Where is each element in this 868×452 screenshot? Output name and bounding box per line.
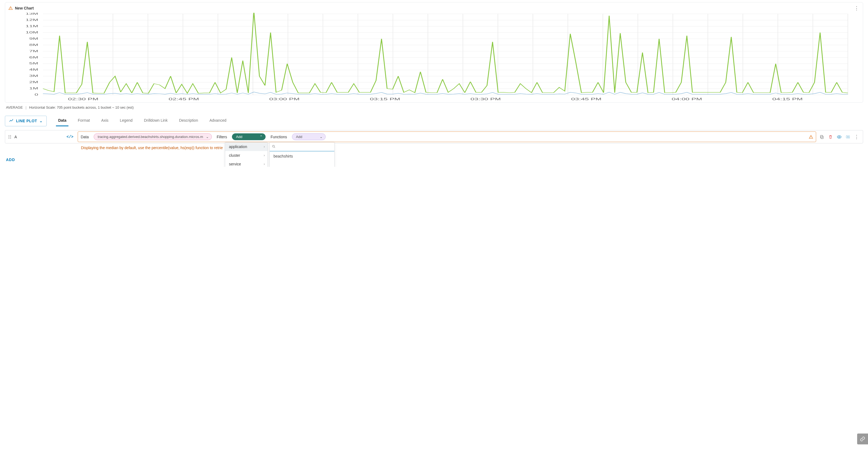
functions-add-chip[interactable]: Add ⌄ [292,133,326,140]
svg-text:04:00 PM: 04:00 PM [672,97,702,101]
svg-text:8M: 8M [29,43,38,47]
functions-section-label: Functions [271,135,287,139]
svg-text:0: 0 [34,93,38,96]
query-letter: A [14,135,23,139]
delete-button[interactable] [828,134,833,139]
chevron-down-icon: ⌄ [206,135,209,139]
tab-drilldown-link[interactable]: Drilldown Link [144,116,168,126]
svg-text:3M: 3M [29,74,38,78]
footer-scale-text: Horizontal Scale: 705 point buckets acro… [29,106,134,110]
svg-text:03:15 PM: 03:15 PM [370,97,400,101]
plot-type-label: LINE PLOT [16,119,37,123]
data-chip-value: tracing.aggregated.derived.beachshirts.s… [98,135,203,139]
code-toggle-button[interactable]: </> [63,135,76,139]
svg-point-65 [9,138,9,139]
svg-text:6M: 6M [29,56,38,59]
query-row: A </> Data tracing.aggregated.derived.be… [5,130,863,144]
tab-data[interactable]: Data [58,116,67,126]
ai-assist-button[interactable]: AI [845,134,850,139]
search-icon [272,145,276,149]
svg-text:03:00 PM: 03:00 PM [269,97,300,101]
chart-title: New Chart [15,6,34,10]
svg-rect-70 [820,135,823,138]
svg-point-62 [10,135,11,136]
query-actions: AI ⋮ [817,134,863,140]
svg-text:AI: AI [847,136,849,138]
visibility-button[interactable] [837,134,842,139]
warning-icon [8,6,13,10]
svg-text:12M: 12M [26,18,38,22]
svg-point-71 [839,136,840,138]
filters-dropdown: application›cluster›service›shard›source… [225,142,335,167]
functions-add-label: Add [296,135,302,139]
data-chip[interactable]: tracing.aggregated.derived.beachshirts.s… [94,133,212,140]
filter-values-panel: beachshirts [270,142,335,167]
filter-option[interactable]: beachshirts [270,151,334,161]
svg-text:7M: 7M [29,50,38,53]
tab-axis[interactable]: Axis [101,116,109,126]
add-query-button[interactable]: ADD [6,157,15,162]
svg-text:10M: 10M [26,31,38,34]
svg-line-75 [274,147,275,148]
chart-menu-button[interactable]: ⋮ [854,5,860,11]
chart-header: New Chart ⋮ [5,2,863,13]
copy-button[interactable] [819,134,824,139]
line-plot-icon [9,118,14,124]
svg-text:11M: 11M [26,25,38,28]
tab-description[interactable]: Description [179,116,198,126]
svg-text:03:30 PM: 03:30 PM [470,97,501,101]
filter-key-service[interactable]: service› [225,160,268,167]
svg-text:04:15 PM: 04:15 PM [772,97,803,101]
filters-add-label: Add [236,135,242,139]
plot-type-dropdown[interactable]: LINE PLOT ⌄ [5,116,47,126]
svg-text:03:45 PM: 03:45 PM [571,97,601,101]
chart-footer: AVERAGE | Horizontal Scale: 705 point bu… [5,103,863,111]
filter-key-application[interactable]: application› [225,142,268,151]
filter-key-cluster[interactable]: cluster› [225,151,268,160]
filter-search-input[interactable] [270,142,334,151]
svg-point-61 [9,135,9,136]
tab-format[interactable]: Format [77,116,90,126]
row-menu-button[interactable]: ⋮ [854,134,859,140]
chevron-up-icon: ⌃ [260,135,262,139]
warning-icon [809,135,813,139]
drag-handle-icon[interactable] [5,135,14,139]
toolbar-row: LINE PLOT ⌄ DataFormatAxisLegendDrilldow… [5,116,863,126]
filters-section-label: Filters [217,135,227,139]
svg-text:2M: 2M [29,81,38,84]
footer-separator: | [26,106,26,110]
tab-legend[interactable]: Legend [119,116,133,126]
filter-keys-panel: application›cluster›service›shard›source… [225,142,268,167]
svg-text:02:30 PM: 02:30 PM [68,97,98,101]
builder-message: Displaying the median by default, use th… [81,146,863,150]
chevron-down-icon: ⌄ [39,119,43,123]
footer-mode: AVERAGE [6,106,23,110]
svg-text:4M: 4M [29,68,38,71]
svg-point-63 [9,137,9,137]
svg-text:02:45 PM: 02:45 PM [169,97,199,101]
tab-advanced[interactable]: Advanced [209,116,227,126]
tabs: DataFormatAxisLegendDrilldown LinkDescri… [58,116,863,126]
svg-text:5M: 5M [29,62,38,65]
svg-text:9M: 9M [29,37,38,40]
chevron-down-icon: ⌄ [320,135,323,139]
svg-text:13M: 13M [26,13,38,15]
svg-point-64 [10,137,11,137]
svg-point-68 [811,138,811,138]
chart-plot[interactable]: 01M2M3M4M5M6M7M8M9M10M11M12M13M02:30 PM0… [5,13,863,102]
query-builder: Data tracing.aggregated.derived.beachshi… [78,131,816,142]
chart-card: New Chart ⋮ 01M2M3M4M5M6M7M8M9M10M11M12M… [5,2,863,103]
svg-point-74 [272,145,274,147]
svg-rect-69 [821,136,823,139]
data-section-label: Data [81,135,89,139]
svg-text:1M: 1M [29,87,38,90]
filters-add-chip[interactable]: Add ⌃ [232,133,266,140]
svg-point-66 [10,138,11,139]
